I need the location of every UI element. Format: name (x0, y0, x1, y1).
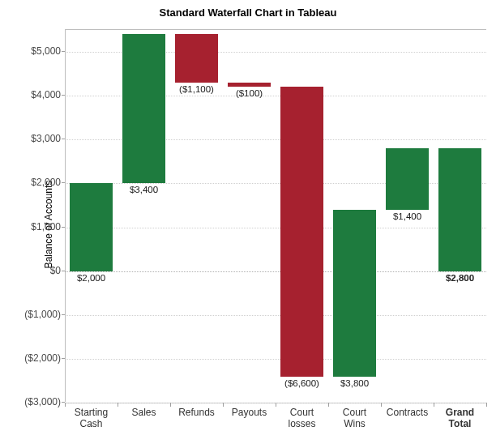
x-axis-label: StartingCash (65, 407, 118, 430)
y-tick-label: ($1,000) (4, 309, 61, 320)
y-tick (62, 51, 65, 52)
x-axis-label: CourtWins (328, 407, 381, 430)
x-axis-label: GrandTotal (434, 407, 486, 430)
chart-title: Standard Waterfall Chart in Tableau (0, 6, 496, 19)
grid-line (65, 315, 486, 316)
waterfall-chart: Standard Waterfall Chart in Tableau Bala… (0, 0, 496, 448)
x-tick (223, 403, 224, 407)
x-axis-label: Sales (118, 407, 170, 419)
data-label: ($100) (236, 88, 263, 98)
x-tick (118, 403, 118, 407)
bar-grand-total[interactable] (438, 148, 481, 271)
data-label: ($1,100) (179, 84, 214, 94)
bar-court-wins[interactable] (333, 210, 376, 377)
y-tick-label: $5,000 (4, 45, 61, 57)
y-tick-label: $4,000 (4, 89, 61, 100)
bar-starting-cash[interactable] (70, 183, 113, 271)
y-tick-label: $0 (4, 265, 61, 276)
y-tick (62, 227, 65, 228)
x-tick (65, 403, 66, 407)
y-tick-label: ($3,000) (4, 396, 61, 407)
y-tick-label: $2,000 (4, 177, 61, 188)
data-label: $2,000 (77, 273, 105, 283)
plot-area: $2,000$3,400($1,100)($100)($6,600)$3,800… (65, 29, 486, 403)
bar-payouts[interactable] (228, 83, 271, 87)
bar-sales[interactable] (122, 34, 165, 183)
x-tick (381, 403, 382, 407)
data-label: $3,400 (130, 185, 158, 194)
x-axis-label: Contracts (381, 407, 434, 419)
x-tick (434, 403, 434, 407)
y-tick (62, 271, 65, 271)
x-tick (276, 403, 276, 407)
bar-contracts[interactable] (386, 148, 429, 210)
data-label: $1,400 (393, 211, 421, 221)
grid-line (65, 271, 486, 272)
bar-court-losses[interactable] (280, 87, 323, 376)
y-tick (62, 314, 65, 315)
y-tick-label: ($2,000) (4, 352, 61, 364)
y-tick (62, 95, 65, 96)
x-tick (170, 403, 171, 407)
x-tick (486, 403, 487, 407)
grid-line (65, 228, 486, 228)
x-axis-label: Payouts (223, 407, 276, 419)
y-tick (62, 358, 65, 359)
data-label: ($6,600) (284, 378, 319, 388)
bar-refunds[interactable] (175, 34, 218, 83)
data-label: $3,800 (340, 378, 369, 388)
data-label: $2,800 (446, 273, 474, 283)
x-axis-area: StartingCashSalesRefundsPayoutsCourtloss… (65, 403, 486, 443)
y-tick (62, 182, 65, 183)
y-tick (62, 139, 65, 139)
x-axis-label: Courtlosses (276, 407, 328, 430)
x-tick (328, 403, 329, 407)
y-tick-label: $3,000 (4, 133, 61, 144)
grid-line (65, 359, 486, 360)
y-tick-label: $1,000 (4, 221, 61, 233)
x-axis-label: Refunds (170, 407, 223, 419)
y-tick (62, 402, 65, 403)
